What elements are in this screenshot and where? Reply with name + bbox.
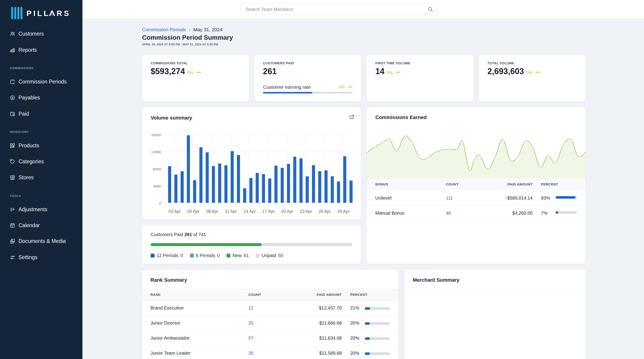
svg-text:RS: RS: [56, 9, 71, 17]
svg-text:8000: 8000: [153, 167, 161, 171]
svg-text:PILL: PILL: [26, 9, 50, 17]
svg-text:26 Apr: 26 Apr: [319, 209, 331, 214]
svg-text:20 Apr: 20 Apr: [281, 209, 293, 214]
svg-text:17 Apr: 17 Apr: [262, 209, 275, 214]
svg-text:$: $: [13, 82, 14, 85]
svg-text:0: 0: [159, 201, 161, 205]
svg-text:23 Apr: 23 Apr: [300, 209, 312, 214]
svg-text:29 Apr: 29 Apr: [338, 209, 350, 214]
svg-text:16000: 16000: [151, 133, 161, 137]
svg-text:05 Apr: 05 Apr: [187, 209, 200, 214]
svg-text:4000: 4000: [153, 184, 161, 188]
svg-text:$: $: [12, 96, 14, 99]
svg-text:12000: 12000: [151, 150, 161, 154]
svg-text:02 Apr: 02 Apr: [168, 209, 181, 214]
svg-text:08 Apr: 08 Apr: [206, 209, 218, 214]
svg-text:14 Apr: 14 Apr: [244, 209, 256, 214]
svg-text:11 Apr: 11 Apr: [225, 209, 237, 214]
